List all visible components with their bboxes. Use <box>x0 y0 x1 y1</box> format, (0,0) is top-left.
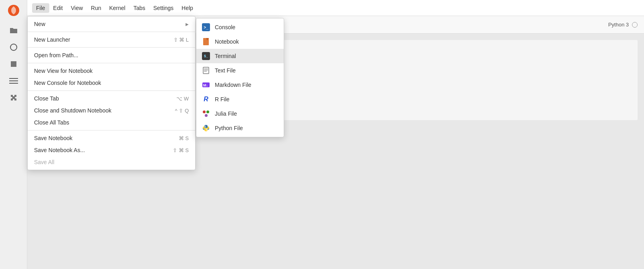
menu-close-all[interactable]: Close All Tabs <box>28 116 195 128</box>
menu-kernel[interactable]: Kernel <box>105 3 129 13</box>
separator-1 <box>28 32 195 32</box>
svg-rect-2 <box>11 61 16 67</box>
main-area: File Edit View Run Kernel Tabs Settings … <box>27 0 644 269</box>
menu-save-all: Save All <box>28 156 195 168</box>
submenu-terminal[interactable]: $_ Terminal <box>196 49 284 63</box>
new-launcher-label: New Launcher <box>34 36 70 43</box>
menu-new-label: New <box>34 21 45 27</box>
open-path-label: Open from Path... <box>34 52 79 58</box>
svg-rect-8 <box>203 67 209 74</box>
separator-4 <box>28 90 195 91</box>
menu-new-launcher[interactable]: New Launcher ⇧ ⌘ L <box>28 34 195 46</box>
submenu-markdown-label: Markdown File <box>215 82 251 88</box>
python-icon <box>202 124 210 132</box>
menu-close-shutdown[interactable]: Close and Shutdown Notebook ^ ⇧ Q <box>28 104 195 116</box>
app-logo[interactable] <box>6 3 21 18</box>
save-all-label: Save All <box>34 159 55 165</box>
submenu-rfile[interactable]: R R File <box>196 92 284 106</box>
close-tab-shortcut: ⌥ W <box>176 96 189 102</box>
menu-save-as[interactable]: Save Notebook As... ⇧ ⌘ S <box>28 144 195 156</box>
svg-rect-4 <box>9 80 18 81</box>
menu-new-view[interactable]: New View for Notebook <box>28 65 195 77</box>
submenu-console-label: Console <box>215 24 235 30</box>
puzzle-sidebar-icon[interactable] <box>6 90 21 105</box>
julia-icon <box>202 110 210 118</box>
kernel-circle-indicator <box>632 22 638 28</box>
save-notebook-label: Save Notebook <box>34 135 73 141</box>
close-all-label: Close All Tabs <box>34 119 69 126</box>
menu-edit[interactable]: Edit <box>49 3 67 13</box>
submenu-textfile[interactable]: Text File <box>196 63 284 78</box>
menu-tabs[interactable]: Tabs <box>129 3 149 13</box>
circle-sidebar-icon[interactable] <box>6 40 21 54</box>
submenu-python-label: Python File <box>215 125 243 131</box>
menu-close-tab[interactable]: Close Tab ⌥ W <box>28 92 195 104</box>
menu-help[interactable]: Help <box>178 3 197 13</box>
separator-5 <box>28 130 195 130</box>
submenu-terminal-label: Terminal <box>215 53 236 59</box>
separator-2 <box>28 47 195 48</box>
submenu-notebook-label: Notebook <box>215 38 239 45</box>
kernel-status: Python 3 <box>608 22 638 28</box>
textfile-icon <box>202 66 210 74</box>
list-sidebar-icon[interactable] <box>6 74 21 88</box>
svg-point-1 <box>10 44 17 50</box>
submenu-markdown[interactable]: M↓ Markdown File <box>196 78 284 92</box>
close-shutdown-shortcut: ^ ⇧ Q <box>175 108 189 114</box>
svg-point-14 <box>205 126 206 126</box>
new-view-label: New View for Notebook <box>34 68 93 74</box>
sidebar <box>0 0 27 269</box>
folder-sidebar-icon[interactable] <box>6 23 21 38</box>
close-shutdown-label: Close and Shutdown Notebook <box>34 107 111 114</box>
submenu-rfile-label: R File <box>215 96 230 102</box>
submenu-notebook[interactable]: Notebook <box>196 34 284 49</box>
new-console-label: New Console for Notebook <box>34 80 101 86</box>
menu-new-item[interactable]: New >_ Console <box>28 18 195 30</box>
console-icon: >_ <box>202 23 210 31</box>
save-as-label: Save Notebook As... <box>34 147 85 153</box>
close-tab-label: Close Tab <box>34 95 59 102</box>
save-as-shortcut: ⇧ ⌘ S <box>173 147 189 153</box>
terminal-icon: $_ <box>202 52 210 60</box>
menu-open-path[interactable]: Open from Path... <box>28 49 195 61</box>
stop-sidebar-icon[interactable] <box>6 57 21 71</box>
svg-rect-5 <box>9 83 18 84</box>
rfile-icon: R <box>202 95 210 103</box>
submenu-julia-label: Julia File <box>215 110 237 117</box>
submenu-julia[interactable]: Julia File <box>196 106 284 121</box>
submenu-textfile-label: Text File <box>215 67 236 74</box>
menu-view[interactable]: View <box>67 3 87 13</box>
new-launcher-shortcut: ⇧ ⌘ L <box>174 37 189 43</box>
menu-new-console[interactable]: New Console for Notebook <box>28 77 195 89</box>
menu-file[interactable]: File <box>32 3 49 13</box>
menu-run[interactable]: Run <box>87 3 105 13</box>
svg-text:M↓: M↓ <box>203 83 208 87</box>
submenu-console[interactable]: >_ Console <box>196 20 284 34</box>
menu-save-notebook[interactable]: Save Notebook ⌘ S <box>28 132 195 144</box>
svg-rect-3 <box>9 78 18 79</box>
svg-point-15 <box>206 130 207 130</box>
app-container: File Edit View Run Kernel Tabs Settings … <box>0 0 644 269</box>
notebook-icon <box>202 38 210 46</box>
menu-settings[interactable]: Settings <box>149 3 178 13</box>
save-notebook-shortcut: ⌘ S <box>179 135 189 141</box>
new-submenu: >_ Console Notebook <box>196 18 284 137</box>
submenu-python[interactable]: Python File <box>196 121 284 135</box>
kernel-name-label: Python 3 <box>608 22 629 28</box>
file-menu-dropdown: New >_ Console <box>27 16 196 170</box>
menubar: File Edit View Run Kernel Tabs Settings … <box>27 0 644 16</box>
markdown-icon: M↓ <box>202 81 210 89</box>
separator-3 <box>28 63 195 63</box>
